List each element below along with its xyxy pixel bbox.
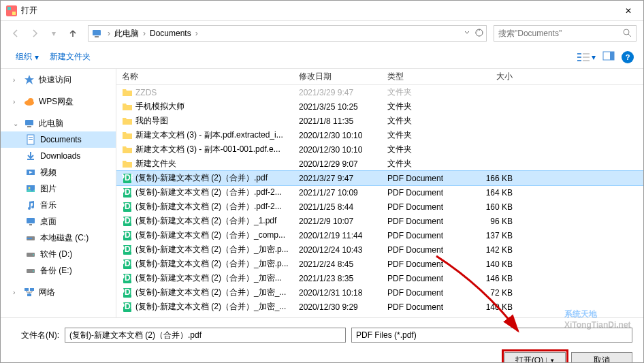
file-row[interactable]: PDF(复制)-新建文本文档 (2)（合并）_1.pdf2021/2/9 10:… — [116, 214, 643, 228]
col-date[interactable]: 修改日期 — [293, 71, 382, 82]
file-type-filter[interactable] — [351, 328, 632, 343]
video-icon — [25, 167, 36, 178]
sidebar-this-pc[interactable]: ⌄此电脑 — [1, 115, 116, 131]
file-list: ZZDS2021/3/29 9:47文件夹手机模拟大师2021/3/25 10:… — [116, 85, 643, 317]
cloud-icon — [24, 96, 35, 107]
file-row[interactable]: PDF(复制)-新建文本文档 (2)（合并）_加密.p...2021/2/24 … — [116, 257, 643, 271]
file-type: 文件夹 — [382, 115, 464, 127]
file-row[interactable]: 手机模拟大师2021/3/25 10:25文件夹 — [116, 99, 643, 114]
crumb-documents[interactable]: Documents — [148, 29, 193, 38]
picture-icon — [25, 183, 36, 194]
file-date: 2021/1/23 8:35 — [293, 274, 382, 283]
svg-text:PDF: PDF — [122, 273, 133, 283]
svg-rect-2 — [12, 12, 16, 15]
pdf-icon: PDF — [122, 230, 133, 241]
column-headers[interactable]: 名称 修改日期 类型 大小 — [116, 69, 643, 85]
file-row[interactable]: 新建文本文档 (3) - 副本.pdf.extracted_i...2020/1… — [116, 128, 643, 142]
file-type: PDF Document — [382, 231, 464, 240]
search-input[interactable] — [498, 29, 622, 38]
pdf-icon: PDF — [122, 244, 133, 255]
file-row[interactable]: PDF(复制)-新建文本文档 (2)（合并）_加密...2021/1/23 8:… — [116, 271, 643, 285]
file-type: 文件夹 — [382, 101, 464, 112]
sidebar-desktop[interactable]: 桌面 — [1, 213, 116, 230]
filename-label: 文件名(N): — [12, 330, 59, 341]
pdf-icon: PDF — [122, 302, 133, 313]
file-row[interactable]: PDF(复制)-新建文本文档 (2)（合并）_comp...2020/12/19… — [116, 228, 643, 242]
sidebar-pictures[interactable]: 图片 — [1, 180, 116, 197]
svg-rect-8 — [577, 60, 581, 61]
svg-rect-32 — [25, 288, 29, 291]
pc-icon — [24, 118, 35, 129]
sidebar-downloads[interactable]: Downloads — [1, 148, 116, 164]
svg-rect-33 — [30, 288, 34, 291]
sidebar-videos[interactable]: 视频 — [1, 164, 116, 180]
svg-text:PDF: PDF — [122, 259, 133, 268]
sidebar-drive-e[interactable]: 备份 (E:) — [1, 262, 116, 279]
pdf-icon: PDF — [122, 259, 133, 270]
file-type: PDF Document — [382, 302, 464, 312]
sidebar-quick-access[interactable]: ›快速访问 — [1, 72, 116, 88]
svg-rect-6 — [577, 53, 581, 54]
crumb-this-pc[interactable]: 此电脑 — [113, 28, 140, 40]
file-type: PDF Document — [382, 217, 464, 226]
new-folder-button[interactable]: 新建文件夹 — [44, 48, 96, 65]
filename-input[interactable] — [65, 328, 346, 343]
sidebar-music[interactable]: 音乐 — [1, 197, 116, 213]
breadcrumb-bar[interactable]: › 此电脑 › Documents › — [88, 25, 487, 42]
folder-icon — [122, 159, 133, 170]
file-row[interactable]: PDF(复制)-新建文本文档 (2)（合并）_加密_...2020/12/31 … — [116, 285, 643, 300]
organize-button[interactable]: 组织 ▾ — [10, 48, 44, 65]
sidebar-drive-d[interactable]: 软件 (D:) — [1, 246, 116, 262]
file-name: (复制)-新建文本文档 (2)（合并）_1.pdf — [135, 215, 293, 227]
file-row[interactable]: ZZDS2021/3/29 9:47文件夹 — [116, 85, 643, 99]
view-button[interactable]: ▾ — [577, 52, 596, 63]
sidebar-drive-c[interactable]: 本地磁盘 (C:) — [1, 230, 116, 246]
pdf-icon: PDF — [122, 173, 133, 184]
back-button[interactable] — [7, 25, 24, 42]
cancel-button[interactable]: 取消 — [571, 352, 632, 363]
file-name: (复制)-新建文本文档 (2)（合并）.pdf-2... — [135, 201, 293, 212]
help-icon[interactable]: ? — [622, 51, 634, 63]
music-icon — [25, 200, 36, 210]
up-button[interactable] — [65, 25, 81, 42]
forward-button[interactable] — [27, 25, 43, 42]
sidebar-wps[interactable]: ›WPS网盘 — [1, 93, 116, 110]
file-list-panel: 名称 修改日期 类型 大小 ZZDS2021/3/29 9:47文件夹手机模拟大… — [116, 69, 643, 317]
file-row[interactable]: PDF(复制)-新建文本文档 (2)（合并）.pdf-2...2021/1/25… — [116, 200, 643, 214]
file-date: 2021/1/8 11:35 — [293, 116, 382, 126]
col-type[interactable]: 类型 — [382, 71, 464, 82]
file-row[interactable]: PDF(复制)-新建文本文档 (2)（合并）.pdf-2...2021/1/27… — [116, 185, 643, 200]
folder-icon — [122, 130, 133, 141]
svg-rect-10 — [583, 57, 590, 58]
col-size[interactable]: 大小 — [464, 71, 518, 82]
file-row[interactable]: PDF(复制)-新建文本文档 (2)（合并）.pdf2021/3/27 9:47… — [116, 171, 643, 185]
svg-text:PDF: PDF — [122, 244, 133, 254]
pdf-icon: PDF — [122, 273, 133, 284]
pdf-icon: PDF — [122, 202, 133, 212]
file-date: 2020/12/30 10:10 — [293, 131, 382, 140]
file-date: 2020/12/30 9:29 — [293, 302, 382, 312]
nav-bar: ▾ › 此电脑 › Documents › — [1, 21, 643, 46]
file-type: PDF Document — [382, 188, 464, 198]
recent-dropdown[interactable]: ▾ — [46, 25, 62, 42]
file-type: 文件夹 — [382, 86, 464, 98]
file-row[interactable]: PDF(复制)-新建文本文档 (2)（合并）_加密_...2020/12/30 … — [116, 300, 643, 314]
file-row[interactable]: 新建文本文档 (3) - 副本-001-001.pdf.e...2020/12/… — [116, 142, 643, 157]
sidebar-network[interactable]: ›网络 — [1, 284, 116, 300]
col-name[interactable]: 名称 — [116, 71, 293, 82]
file-row[interactable]: 新建文件夹2020/12/29 9:07文件夹 — [116, 157, 643, 171]
file-row[interactable]: 我的导图2021/1/8 11:35文件夹 — [116, 114, 643, 128]
sidebar-documents[interactable]: Documents — [1, 131, 116, 148]
svg-rect-7 — [577, 57, 581, 58]
file-name: (复制)-新建文本文档 (2)（合并）_加密.p... — [135, 258, 293, 270]
file-row[interactable]: PDF(复制)-新建文本文档 (2)（合并）_加密.p...2020/12/24… — [116, 242, 643, 257]
drive-icon — [25, 232, 36, 243]
search-box[interactable] — [494, 25, 637, 42]
file-size: 142 KB — [464, 245, 518, 255]
path-dropdown[interactable] — [464, 29, 483, 38]
preview-pane-button[interactable] — [602, 51, 615, 63]
close-button[interactable]: ✕ — [615, 1, 642, 20]
open-button[interactable]: 打开(O) ▼ — [504, 352, 566, 363]
file-size: 146 KB — [464, 274, 518, 283]
svg-text:PDF: PDF — [122, 216, 133, 225]
